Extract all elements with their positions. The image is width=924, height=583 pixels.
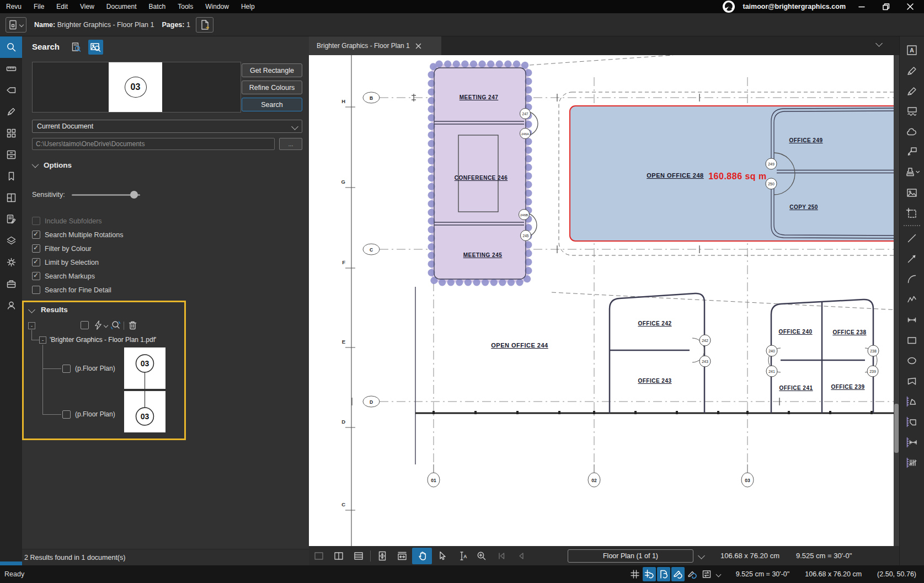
arrow-tool[interactable] [900,248,924,269]
search-scope-select[interactable]: Current Document [32,120,302,133]
create-page-button[interactable] [196,17,213,33]
highlighter-tool[interactable] [900,60,924,81]
measurements-panel-tab[interactable] [0,58,22,79]
pan-tool-button[interactable] [412,548,432,564]
search-panel-tab[interactable] [0,36,22,58]
menu-help[interactable]: Help [235,0,261,13]
measure-area-tool[interactable] [900,411,924,432]
chevron-down-icon[interactable] [715,571,721,577]
account-email[interactable]: taimoor@brightergraphics.com [743,3,846,10]
result-1-thumbnail[interactable]: 03 [124,347,165,389]
close-tab-icon[interactable] [415,43,421,49]
menu-revu[interactable]: Revu [0,0,28,13]
dimension-tool[interactable] [900,309,924,330]
menu-document[interactable]: Document [100,0,143,13]
scrollbar-thumb[interactable] [894,404,899,453]
markup-tools-panel-tab[interactable] [0,101,22,122]
minimize-button[interactable] [853,0,870,13]
sensitivity-slider-thumb[interactable] [130,191,138,199]
chevron-down-icon[interactable] [104,323,108,328]
menu-window[interactable]: Window [199,0,235,13]
select-text-button[interactable]: A [452,548,472,564]
grid-toggle[interactable] [628,567,642,581]
rectangle-tool[interactable] [900,330,924,350]
cloud-tool[interactable] [900,121,924,142]
refine-colours-button[interactable]: Refine Colours [242,81,302,94]
image-tool[interactable] [900,183,924,203]
menu-batch[interactable]: Batch [143,0,172,13]
callout-tool[interactable] [900,142,924,162]
file-access-panel-tab[interactable] [0,144,22,165]
document-menu-button[interactable] [6,17,26,33]
snapshot-tool[interactable] [900,203,924,223]
flags-panel-tab[interactable] [0,79,22,101]
delete-results-icon[interactable] [127,320,138,333]
text-box-tool[interactable]: A [900,40,924,60]
single-page-view-button[interactable] [309,548,329,564]
snap-to-grid-toggle[interactable] [643,567,656,581]
line-tool[interactable] [900,228,924,248]
checkbox-search-markups[interactable]: Search Markups [32,269,123,283]
collapse-all-toggle[interactable]: - [28,322,35,329]
stamp-tool[interactable] [900,162,924,183]
previous-page-button[interactable] [511,548,531,564]
bookmarks-panel-tab[interactable] [0,165,22,187]
layers-panel-tab[interactable] [0,230,22,252]
snap-to-document-toggle[interactable] [657,567,670,581]
close-window-button[interactable] [902,0,918,13]
pdf-canvas[interactable]: H G F E D C [309,55,899,546]
zoom-tool-button[interactable] [472,548,492,564]
revision-cloud-markup[interactable]: 247 246A 246B 245 MEETING 247 CONFERENCE… [431,64,538,282]
options-section-header[interactable]: Options [32,161,72,169]
menu-file[interactable]: File [28,0,50,13]
polygon-tool[interactable] [900,371,924,391]
checkbox-search-multiple-rotations[interactable]: Search Multiple Rotations [32,228,123,242]
select-tool-button[interactable] [432,548,452,564]
arc-tool[interactable] [900,269,924,289]
chevron-down-icon[interactable] [698,552,705,559]
fit-width-button[interactable] [392,548,412,564]
settings-panel-tab[interactable] [0,252,22,273]
menu-tools[interactable]: Tools [172,0,199,13]
pen-tool[interactable] [900,81,924,101]
result-1-label[interactable]: (p.Floor Plan) [75,365,115,372]
menu-view[interactable]: View [74,0,100,13]
reuse-markup-toggle[interactable] [686,567,699,581]
tool-chest-panel-tab[interactable] [0,273,22,295]
studio-panel-tab[interactable] [0,295,22,316]
refresh-search-icon[interactable] [110,320,121,333]
split-horizontal-button[interactable] [349,548,368,564]
markups-list-panel-tab[interactable] [0,208,22,230]
results-section-header[interactable]: Results [29,306,68,314]
checkbox-filter-by-colour[interactable]: Filter by Colour [32,242,123,255]
collapse-file-toggle[interactable]: - [39,336,46,344]
results-file-name[interactable]: 'Brighter Graphics - Floor Plan 1.pdf' [50,336,156,344]
result-2-thumbnail[interactable]: 03 [124,391,165,432]
get-rectangle-button[interactable]: Get Rectangle [242,63,302,77]
document-tab[interactable]: Brighter Graphics - Floor Plan 1 [309,36,441,55]
restore-button[interactable] [878,0,894,13]
panel-expand-chevron-icon[interactable] [875,40,883,47]
select-all-results-checkbox[interactable] [81,321,89,329]
checkbox-limit-by-selection[interactable]: Limit by Selection [32,255,123,269]
area-measurement-markup[interactable]: 249 250 OPEN OFFICE 248 160.886 sq m OFF… [570,106,899,241]
search-button[interactable]: Search [242,98,302,111]
result-2-label[interactable]: (p.Floor Plan) [75,410,115,418]
visual-search-mode-button[interactable] [88,40,103,55]
squiggly-tool[interactable] [900,101,924,121]
measure-length-tool[interactable] [900,432,924,452]
spaces-panel-tab[interactable] [0,122,22,144]
checkbox-include-subfolders[interactable]: Include Subfolders [32,214,123,228]
apply-action-icon[interactable] [93,320,103,333]
sensitivity-slider[interactable] [72,194,140,196]
checkbox-search-fine-detail[interactable]: Search for Fine Detail [32,283,123,297]
fit-page-button[interactable] [372,548,392,564]
text-search-mode-button[interactable] [68,40,83,55]
sync-views-toggle[interactable] [700,567,713,581]
snap-to-markup-toggle[interactable] [671,567,685,581]
count-tool[interactable] [900,452,924,473]
polyline-tool[interactable] [900,289,924,309]
first-page-button[interactable] [492,548,511,564]
vertical-scrollbar[interactable] [894,55,899,546]
search-path-input[interactable]: C:\Users\taimo\OneDrive\Documents [32,138,275,150]
